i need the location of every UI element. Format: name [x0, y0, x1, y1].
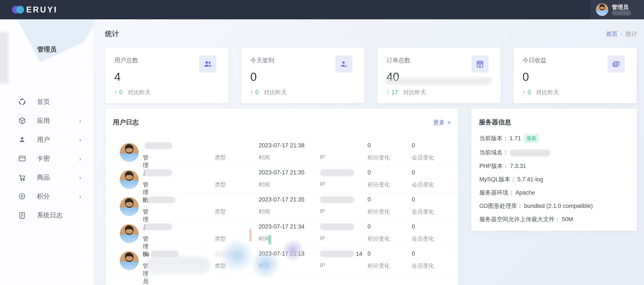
- user-icon: [18, 136, 26, 144]
- ip-label: IP: [320, 262, 325, 269]
- stat-value: 0: [250, 70, 257, 83]
- sidebar-item-users[interactable]: 用户 ›: [0, 130, 94, 149]
- row-username-redacted: [143, 142, 172, 149]
- row-avatar: [120, 197, 139, 216]
- row-member: 0: [412, 142, 415, 149]
- stat-value: 4: [114, 70, 121, 83]
- domain-redacted: [510, 149, 550, 156]
- row-points: 0: [368, 250, 371, 257]
- server-info-title: 服务器信息: [479, 118, 511, 127]
- stat-compare-label: 对比昨天: [536, 89, 559, 96]
- row-member: 0: [412, 196, 415, 203]
- sidebar-item-system-log[interactable]: 系统日志: [0, 206, 94, 225]
- stat-delta: 0: [528, 89, 531, 96]
- points-label: 积分变化: [368, 154, 390, 161]
- ip-label: IP: [320, 154, 325, 160]
- ip-label: IP: [320, 208, 325, 214]
- sidebar-watermark: [0, 19, 94, 90]
- row-member: 0: [412, 223, 415, 230]
- log-row: h 管理员 类型 2023-07-17 21:35 时间 IP 0 积分变化: [105, 194, 458, 221]
- row-time: 2023-07-17 21:38: [259, 142, 304, 149]
- server-item-php: PHP版本： 7.3.31: [479, 162, 629, 170]
- sidebar-item-apps[interactable]: 应用 ›: [0, 111, 94, 130]
- stat-card-total-orders: 订单总数 40 ↑ 17 对比昨天: [378, 48, 500, 103]
- server-item-webserver: 服务器环境： Apache: [479, 189, 629, 196]
- row-username-redacted: [143, 223, 172, 230]
- up-arrow-icon: ↑: [386, 89, 390, 96]
- breadcrumb: 首页 › 统计: [606, 30, 637, 38]
- users-icon: [199, 55, 216, 73]
- server-item-gd: GD图形处理库： bundled (2.1.0 compatible): [479, 202, 629, 210]
- cube-icon: [18, 117, 26, 125]
- more-link[interactable]: 更多 »: [433, 119, 450, 126]
- breadcrumb-home-link[interactable]: 首页: [606, 30, 618, 38]
- row-ip-redacted: [320, 169, 354, 176]
- sidebar-item-label: 首页: [37, 98, 81, 106]
- sidebar-item-home[interactable]: 首页: [0, 92, 94, 111]
- sidebar-item-cardkeys[interactable]: 卡密 ›: [0, 149, 94, 168]
- orders-icon: [472, 55, 488, 73]
- stat-compare-label: 对比昨天: [264, 89, 287, 96]
- up-arrow-icon: ↑: [522, 89, 526, 96]
- sidebar-item-label: 系统日志: [37, 211, 81, 220]
- sidebar-item-label: 应用: [37, 116, 79, 125]
- row-username-redacted: h: [143, 196, 176, 203]
- stat-delta: 0: [119, 89, 122, 96]
- row-ip-redacted: [320, 196, 354, 203]
- row-points: 0: [368, 142, 371, 149]
- coin-icon: [18, 192, 26, 200]
- chevron-right-icon: ›: [79, 117, 81, 124]
- row-avatar: [120, 170, 139, 189]
- topbar-user-id-redacted: [612, 11, 631, 15]
- log-row: hu 管理员 类型 2023-07-17 21:13 时间 14 IP 0: [105, 248, 458, 275]
- sidebar-item-label: 卡密: [37, 154, 79, 163]
- type-label: 类型: [215, 181, 226, 188]
- row-ip-redacted: [320, 223, 354, 230]
- row-time: 2023-07-17 21:34: [259, 223, 304, 230]
- chevron-right-icon: ›: [79, 155, 81, 162]
- type-label: 类型: [215, 154, 226, 161]
- chevron-right-icon: ›: [79, 193, 81, 200]
- log-row: 管理员 类型 2023-07-17 21:35 时间 IP 0 积分变化 0: [105, 167, 458, 194]
- stat-card-today-income: 今日收益 0 ↑ 0 对比昨天: [514, 48, 637, 103]
- member-label: 会员变化: [412, 181, 434, 188]
- user-log-title: 用户日志: [113, 118, 139, 127]
- row-member: 0: [412, 169, 415, 176]
- row-username-redacted: [143, 169, 172, 176]
- row-member: 0: [412, 250, 415, 257]
- row-points: 0: [368, 223, 371, 230]
- points-label: 积分变化: [368, 208, 390, 215]
- breadcrumb-current: 统计: [626, 30, 637, 38]
- logo-circle-blue-icon: [16, 6, 24, 14]
- time-label: 时间: [259, 154, 270, 161]
- points-label: 积分变化: [368, 262, 390, 269]
- time-label: 时间: [259, 262, 270, 269]
- topbar-user-name: 管理员: [612, 4, 628, 10]
- chevron-right-icon: ›: [79, 174, 81, 181]
- ip-label: IP: [320, 181, 325, 187]
- page-title: 统计: [105, 29, 119, 39]
- watermark-smudge: [385, 77, 492, 85]
- income-icon: [608, 55, 625, 73]
- log-row: 管理员 类型 2023-07-17 21:34 时间 IP 0 积分变化 0: [105, 221, 458, 248]
- sidebar-item-label: 商品: [37, 173, 79, 182]
- sidebar: 管理员 首页 应用 › 用户 › 卡密 › 商品 › 积分 ›: [0, 19, 94, 285]
- points-label: 积分变化: [368, 181, 390, 188]
- topbar-user-menu[interactable]: 管理员: [590, 0, 644, 19]
- card-icon: [18, 154, 26, 163]
- more-label: 更多: [433, 119, 445, 126]
- server-item-domain: 当前域名：: [479, 149, 629, 156]
- topbar: ERUYI 管理员: [0, 0, 644, 19]
- row-username-redacted: hu: [143, 250, 179, 257]
- sidebar-item-points[interactable]: 积分 ›: [0, 187, 94, 206]
- chevron-right-icon: ›: [79, 136, 81, 143]
- row-time: 2023-07-17 21:35: [259, 196, 304, 203]
- server-info-panel: 服务器信息 当前版本： 1.71 最新 当前域名： PHP版本： 7.3.31 …: [471, 108, 637, 231]
- main-content: 统计 首页 › 统计 用户总数 4 ↑ 0 对比昨天 今天签到 0 ↑ 0 对比…: [94, 19, 644, 285]
- sidebar-menu: 首页 应用 › 用户 › 卡密 › 商品 › 积分 › 系统日志: [0, 92, 94, 225]
- row-avatar: [120, 224, 139, 243]
- row-avatar: [120, 143, 139, 162]
- row-ip-redacted: 14: [320, 250, 362, 257]
- sidebar-item-products[interactable]: 商品 ›: [0, 168, 94, 187]
- sidebar-item-label: 积分: [37, 192, 79, 201]
